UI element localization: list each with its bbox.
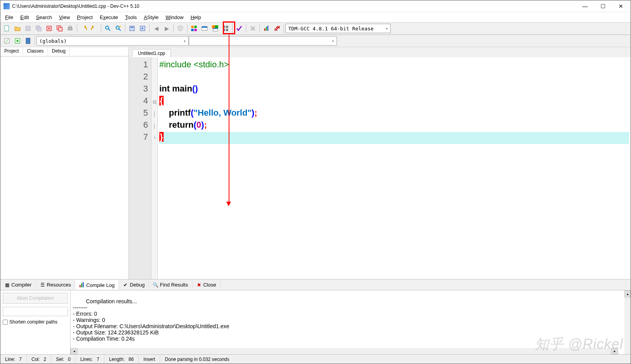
close-all-icon[interactable] — [55, 23, 65, 33]
svg-point-10 — [116, 26, 119, 29]
scope-select[interactable]: (globals) — [37, 36, 189, 46]
close-file-icon[interactable] — [44, 23, 54, 33]
nav-back-icon[interactable]: ◀ — [151, 23, 161, 33]
tab-find-results[interactable]: 🔍Find Results — [149, 280, 192, 289]
stop-icon[interactable] — [248, 23, 258, 33]
bottom-tabs: ▦Compiler ☰Resources Compile Log ✔Debug … — [0, 279, 631, 290]
tab-close-bottom[interactable]: ✖Close — [192, 280, 220, 289]
svg-rect-32 — [275, 28, 276, 31]
content-area: Project Classes Debug Untitled1.cpp 1 2 … — [0, 47, 631, 279]
svg-rect-26 — [226, 26, 228, 28]
check-icon: ✔ — [123, 282, 128, 288]
undo-icon[interactable] — [79, 23, 89, 33]
scrollbar-vertical[interactable]: ▴ — [624, 290, 631, 354]
compile-run-icon[interactable] — [210, 23, 220, 33]
save-all-icon[interactable] — [33, 23, 44, 33]
menu-tools[interactable]: Tools — [122, 14, 140, 21]
bars-icon — [79, 282, 85, 288]
goto-bookmark-icon[interactable] — [137, 23, 148, 33]
find-icon[interactable] — [103, 23, 113, 33]
shorten-paths-checkbox[interactable]: Shorten compiler paths — [3, 319, 68, 325]
svg-rect-1 — [26, 26, 30, 31]
menu-window[interactable]: Window — [162, 14, 187, 21]
tab-project[interactable]: Project — [0, 47, 23, 56]
nav-forward-icon[interactable]: ▶ — [162, 23, 172, 33]
shield-icon[interactable] — [175, 23, 185, 33]
add-file-icon[interactable] — [12, 36, 23, 46]
stack-icon: ☰ — [40, 282, 45, 288]
svg-rect-36 — [26, 38, 30, 44]
status-line: Line: 7 — [0, 355, 27, 364]
run-icon[interactable] — [199, 23, 210, 33]
app-icon — [4, 3, 10, 9]
svg-rect-11 — [119, 26, 121, 27]
menu-view[interactable]: View — [56, 14, 73, 21]
tab-compiler[interactable]: ▦Compiler — [0, 280, 36, 289]
svg-rect-20 — [202, 26, 207, 28]
toggle-bookmark-icon[interactable] — [127, 23, 137, 33]
compile-log-output[interactable]: Compilation results... -------- - Errors… — [71, 290, 624, 354]
editor-tabs: Untitled1.cpp — [129, 47, 631, 57]
menu-edit[interactable]: Edit — [17, 14, 32, 21]
tab-classes[interactable]: Classes — [23, 47, 48, 56]
open-file-icon[interactable] — [12, 23, 23, 33]
bookmark-list-icon[interactable] — [23, 36, 33, 46]
status-message: Done parsing in 0.032 seconds — [160, 355, 631, 364]
svg-rect-31 — [267, 26, 268, 31]
menu-search[interactable]: Search — [33, 14, 55, 21]
save-icon[interactable] — [23, 23, 33, 33]
svg-rect-33 — [276, 27, 277, 31]
svg-rect-18 — [194, 29, 197, 31]
menu-execute[interactable]: Execute — [97, 14, 121, 21]
close-button[interactable]: ✕ — [612, 0, 630, 12]
svg-rect-8 — [69, 26, 71, 28]
editor-body[interactable]: 1 2 3 4 5 6 7 ⊟ │ │ └ #include <stdio.h>… — [129, 57, 631, 279]
profile-icon[interactable] — [261, 23, 271, 33]
editor-tab-active[interactable]: Untitled1.cpp — [132, 49, 171, 57]
toolbar-main: ◀ ▶ TDM-GCC 4.8.1 64-bit Release — [0, 22, 631, 35]
maximize-button[interactable]: ☐ — [594, 0, 612, 12]
statusbar: Line: 7 Col: 2 Sel: 0 Lines: 7 Length: 8… — [0, 354, 631, 364]
status-lines: Lines: 7 — [76, 355, 104, 364]
new-file-icon[interactable] — [2, 23, 12, 33]
tab-resources[interactable]: ☰Resources — [36, 280, 75, 289]
menu-astyle[interactable]: AStyle — [141, 14, 162, 21]
replace-icon[interactable] — [113, 23, 123, 33]
rebuild-icon[interactable] — [220, 23, 231, 33]
compile-status-field[interactable] — [3, 307, 68, 316]
search-icon: 🔍 — [153, 282, 158, 288]
compile-log-text: Compilation results... -------- - Errors… — [73, 298, 229, 342]
scrollbar-horizontal[interactable]: ◂▸ — [71, 348, 618, 354]
compiler-select[interactable]: TDM-GCC 4.8.1 64-bit Release — [286, 24, 391, 33]
new-proj-icon[interactable] — [2, 36, 12, 46]
minimize-button[interactable]: — — [576, 0, 594, 12]
menu-project[interactable]: Project — [74, 14, 96, 21]
titlebar: C:\Users\Administrator\Desktop\Untitled1… — [0, 0, 631, 12]
fold-gutter: ⊟ │ │ └ — [152, 57, 158, 279]
svg-rect-7 — [68, 28, 72, 30]
compile-icon[interactable] — [189, 23, 199, 33]
delete-profile-icon[interactable] — [272, 23, 282, 33]
svg-rect-29 — [264, 28, 265, 31]
status-mode: Insert — [139, 355, 160, 364]
tab-debug-bottom[interactable]: ✔Debug — [119, 280, 149, 289]
svg-rect-37 — [79, 285, 81, 287]
tab-debug-left[interactable]: Debug — [48, 47, 70, 56]
redo-icon[interactable] — [89, 23, 99, 33]
member-select[interactable] — [189, 36, 337, 46]
menubar: File Edit Search View Project Execute To… — [0, 12, 631, 22]
print-icon[interactable] — [65, 23, 75, 33]
menu-help[interactable]: Help — [187, 14, 204, 21]
left-panel-tabs: Project Classes Debug — [0, 47, 129, 56]
svg-rect-0 — [5, 26, 9, 31]
abort-compilation-button[interactable]: Abort Compilation — [3, 293, 68, 304]
status-length: Length: 86 — [104, 355, 139, 364]
svg-rect-39 — [83, 282, 84, 287]
bottom-panel: Abort Compilation Shorten compiler paths… — [0, 290, 631, 354]
menu-file[interactable]: File — [2, 14, 16, 21]
svg-rect-13 — [130, 27, 134, 28]
tab-compile-log[interactable]: Compile Log — [75, 280, 119, 290]
svg-rect-38 — [81, 283, 82, 287]
svg-rect-17 — [191, 29, 194, 31]
debug-check-icon[interactable] — [234, 23, 244, 33]
